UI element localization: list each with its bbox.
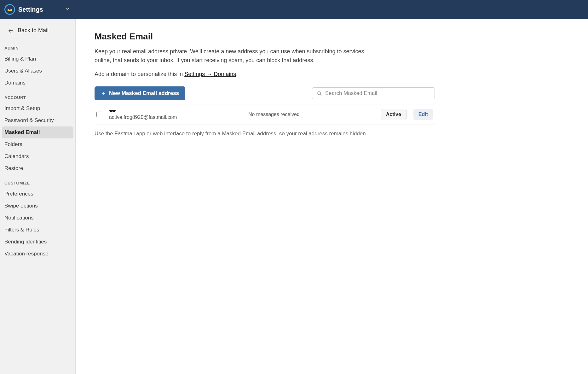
section-account-label: ACCOUNT — [3, 89, 72, 102]
sidebar-item-password[interactable]: Password & Security — [2, 114, 73, 126]
search-box[interactable] — [312, 87, 435, 99]
svg-point-2 — [113, 110, 114, 111]
footnote: Use the Fastmail app or web interface to… — [95, 131, 435, 137]
settings-domains-link[interactable]: Settings → Domains — [184, 71, 236, 77]
svg-point-0 — [318, 91, 321, 95]
content: Masked Email Keep your real email addres… — [76, 19, 454, 374]
new-button-label: New Masked Email address — [109, 90, 179, 96]
envelope-icon — [7, 7, 13, 12]
intro2-prefix: Add a domain to personalize this in — [95, 71, 184, 77]
section-admin-label: ADMIN — [3, 39, 72, 53]
row-msg-status: No messages received — [210, 112, 374, 117]
sidebar-item-restore[interactable]: Restore — [2, 162, 73, 174]
plus-icon — [101, 91, 106, 96]
brand-logo — [4, 4, 15, 15]
brand: Settings — [4, 4, 43, 15]
sidebar-item-sending[interactable]: Sending identities — [2, 236, 73, 248]
controls-row: New Masked Email address — [95, 86, 435, 100]
sidebar-item-filters[interactable]: Filters & Rules — [2, 224, 73, 236]
header-title: Settings — [18, 6, 43, 13]
arrow-left-icon — [8, 27, 14, 34]
sidebar-item-folders[interactable]: Folders — [2, 138, 73, 150]
row-checkbox[interactable] — [96, 112, 102, 117]
intro2-suffix: . — [236, 71, 238, 77]
page-title: Masked Email — [95, 32, 435, 42]
sidebar-item-swipe[interactable]: Swipe options — [2, 200, 73, 212]
svg-point-1 — [111, 110, 112, 111]
mask-icon — [109, 109, 116, 113]
masked-email-row: active.frog8920@fastmail.com No messages… — [95, 104, 435, 125]
search-input[interactable] — [325, 90, 430, 96]
intro-paragraph-1: Keep your real email address private. We… — [95, 47, 366, 65]
account-menu-caret[interactable] — [65, 6, 70, 13]
search-icon — [317, 91, 322, 96]
sidebar-item-domains[interactable]: Domains — [2, 77, 73, 89]
sidebar-item-import[interactable]: Import & Setup — [2, 102, 73, 114]
sidebar-item-notifications[interactable]: Notifications — [2, 212, 73, 224]
intro-paragraph-2: Add a domain to personalize this in Sett… — [95, 70, 366, 79]
top-bar: Settings — [0, 0, 588, 19]
back-label: Back to Mail — [18, 27, 49, 34]
row-email: active.frog8920@fastmail.com — [109, 114, 204, 120]
masked-email-list: active.frog8920@fastmail.com No messages… — [95, 104, 435, 125]
row-email-cell: active.frog8920@fastmail.com — [109, 109, 204, 120]
sidebar-item-masked-email[interactable]: Masked Email — [2, 126, 73, 138]
sidebar-item-users[interactable]: Users & Aliases — [2, 65, 73, 77]
row-edit-button[interactable]: Edit — [413, 109, 433, 120]
back-to-mail[interactable]: Back to Mail — [3, 25, 72, 39]
sidebar-item-preferences[interactable]: Preferences — [2, 188, 73, 200]
sidebar-item-billing[interactable]: Billing & Plan — [2, 53, 73, 65]
chevron-down-icon — [65, 6, 70, 11]
section-customize-label: CUSTOMIZE — [3, 174, 72, 188]
row-status-chip: Active — [381, 109, 406, 120]
sidebar-item-vacation[interactable]: Vacation response — [2, 248, 73, 260]
sidebar-item-calendars[interactable]: Calendars — [2, 150, 73, 162]
sidebar: Back to Mail ADMIN Billing & Plan Users … — [0, 19, 76, 374]
new-masked-email-button[interactable]: New Masked Email address — [95, 86, 185, 100]
